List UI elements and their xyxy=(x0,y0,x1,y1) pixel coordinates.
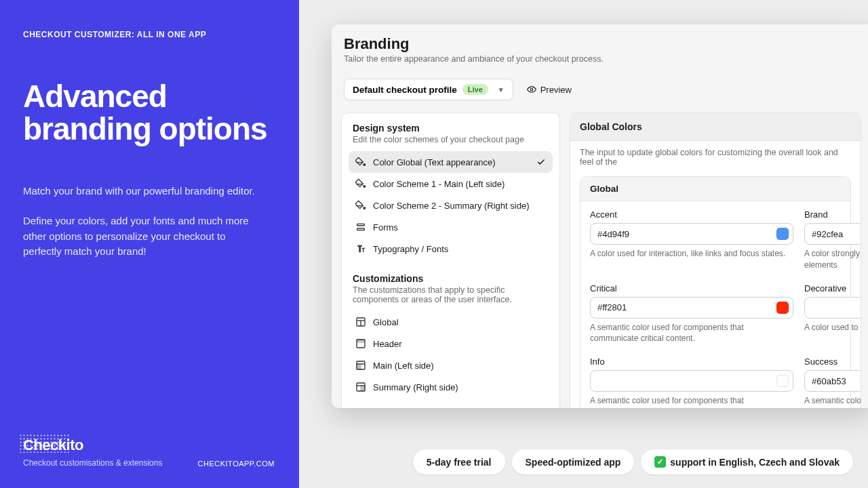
main-layout-icon xyxy=(355,360,366,371)
app-window: Branding Tailor the entire appearance an… xyxy=(332,24,868,408)
menu-item-main[interactable]: Main (Left side) xyxy=(349,354,553,376)
left-footer: Checkito Checkout customisations & exten… xyxy=(23,436,275,468)
profile-selector-label: Default checkout profile xyxy=(353,85,457,95)
global-colors-header: Global Colors xyxy=(570,113,861,141)
customizations-title: Customizations xyxy=(349,273,553,284)
toolbar: Default checkout profile Live ▼ Preview xyxy=(332,79,868,100)
preview-button[interactable]: Preview xyxy=(527,85,572,95)
menu-item-typography[interactable]: Typography / Fonts xyxy=(349,238,553,260)
color-swatch[interactable] xyxy=(776,228,789,240)
menu-item-color-scheme-1[interactable]: Color Scheme 1 - Main (Left side) xyxy=(349,173,553,195)
field-success: Success #60ab53 A semantic color used fo… xyxy=(804,357,861,408)
global-inner-header: Global xyxy=(580,177,850,201)
field-help: A color used for interaction, like links… xyxy=(590,248,793,260)
field-value: #ff2801 xyxy=(597,302,771,312)
field-value: #60ab53 xyxy=(812,376,861,386)
brand-url: CHECKITOAPP.COM xyxy=(198,460,275,468)
menu-item-label: Color Global (Text appearance) xyxy=(373,157,496,167)
brand-logo: Checkito xyxy=(23,436,83,454)
svg-rect-12 xyxy=(357,364,361,369)
field-input-success[interactable]: #60ab53 xyxy=(804,370,861,392)
field-help: A semantic color used for components tha… xyxy=(590,395,793,408)
svg-rect-4 xyxy=(357,224,365,226)
marketing-panel: CHECKOUT CUSTOMIZER: ALL IN ONE APP Adva… xyxy=(0,0,299,488)
color-fields: Accent #4d94f9 A color used for interact… xyxy=(580,201,850,408)
field-label: Brand xyxy=(804,209,861,220)
field-critical: Critical #ff2801 A semantic color used f… xyxy=(590,283,793,345)
paint-bucket-icon xyxy=(355,178,366,189)
hero-title: Advanced branding options xyxy=(23,80,275,146)
global-colors-description: The input to update global colors for cu… xyxy=(570,141,861,167)
field-help: A semantic color used for components tha… xyxy=(804,395,861,408)
global-colors-card: Global Colors The input to update global… xyxy=(570,113,861,408)
svg-point-0 xyxy=(530,88,533,91)
field-help: A color used to highlight certain areas … xyxy=(804,322,861,333)
field-input-brand[interactable]: #92cfea xyxy=(804,223,861,245)
hero-description-1: Match your brand with our powerful brand… xyxy=(23,184,275,199)
check-icon xyxy=(536,157,546,167)
color-swatch[interactable] xyxy=(776,375,789,387)
menu-item-label: Main (Left side) xyxy=(373,361,434,371)
menu-item-label: Header xyxy=(373,339,402,349)
design-system-menu: Color Global (Text appearance) Color Sch… xyxy=(349,151,553,260)
menu-item-label: Color Scheme 1 - Main (Left side) xyxy=(373,179,505,189)
pill-speed: Speed-optimized app xyxy=(512,449,635,474)
hero-description-2: Define your colors, add your fonts and m… xyxy=(23,214,254,260)
design-system-title: Design system xyxy=(349,123,553,134)
svg-rect-10 xyxy=(357,340,365,342)
menu-item-global[interactable]: Global xyxy=(349,311,553,333)
svg-point-2 xyxy=(363,186,366,188)
menu-item-forms[interactable]: Forms xyxy=(349,216,553,238)
field-label: Critical xyxy=(590,283,793,293)
forms-icon xyxy=(355,222,366,232)
field-label: Info xyxy=(590,357,793,367)
field-input-info[interactable] xyxy=(590,370,793,392)
field-value: #92cfea xyxy=(812,229,861,239)
menu-item-color-global[interactable]: Color Global (Text appearance) xyxy=(349,151,553,173)
pill-trial-label: 5-day free trial xyxy=(427,457,492,468)
field-brand: Brand #92cfea A color strongly associate… xyxy=(804,209,861,271)
field-label: Decorative xyxy=(804,283,861,293)
field-input-accent[interactable]: #4d94f9 xyxy=(590,223,793,245)
field-help: A semantic color used for components tha… xyxy=(590,322,793,345)
svg-point-3 xyxy=(363,207,366,209)
field-label: Accent xyxy=(590,209,793,220)
typography-icon xyxy=(355,243,366,254)
design-system-subtitle: Edit the color schemes of your checkout … xyxy=(349,135,553,144)
bottom-pills: 5-day free trial Speed-optimized app ✓ s… xyxy=(413,449,853,474)
field-label: Success xyxy=(804,357,861,367)
menu-item-label: Forms xyxy=(373,222,398,232)
preview-label: Preview xyxy=(540,85,572,95)
menu-item-label: Color Scheme 2 - Summary (Right side) xyxy=(373,201,529,211)
menu-item-color-scheme-2[interactable]: Color Scheme 2 - Summary (Right side) xyxy=(349,195,553,216)
field-input-decorative[interactable] xyxy=(804,297,861,319)
eye-icon xyxy=(527,85,536,94)
eyebrow-text: CHECKOUT CUSTOMIZER: ALL IN ONE APP xyxy=(23,30,275,39)
brand-block: Checkito Checkout customisations & exten… xyxy=(23,436,162,468)
paint-bucket-icon xyxy=(355,200,366,211)
profile-selector[interactable]: Default checkout profile Live ▼ xyxy=(344,79,513,100)
brand-subtitle: Checkout customisations & extensions xyxy=(23,458,162,468)
menu-item-label: Typography / Fonts xyxy=(373,244,448,254)
live-badge: Live xyxy=(462,84,488,95)
field-input-critical[interactable]: #ff2801 xyxy=(590,297,793,319)
pill-speed-label: Speed-optimized app xyxy=(526,457,621,468)
svg-rect-5 xyxy=(357,228,365,230)
field-help: A color strongly associated with the mer… xyxy=(804,248,861,271)
header-layout-icon xyxy=(355,338,366,349)
customizations-subtitle: The customizations that apply to specifi… xyxy=(349,285,553,304)
menu-item-summary[interactable]: Summary (Right side) xyxy=(349,376,553,398)
field-accent: Accent #4d94f9 A color used for interact… xyxy=(590,209,793,271)
page-heading: Branding Tailor the entire appearance an… xyxy=(332,35,868,64)
menu-item-header[interactable]: Header xyxy=(349,333,553,354)
svg-point-1 xyxy=(363,164,366,166)
svg-rect-15 xyxy=(361,386,365,391)
global-inner-card: Global Accent #4d94f9 A color used for i… xyxy=(580,176,851,408)
pill-trial: 5-day free trial xyxy=(413,449,505,474)
color-swatch[interactable] xyxy=(776,302,789,314)
field-decorative: Decorative A color used to highlight cer… xyxy=(804,283,861,345)
summary-layout-icon xyxy=(355,382,366,392)
page-title: Branding xyxy=(344,35,862,53)
field-value: #4d94f9 xyxy=(597,229,771,239)
checkmark-icon: ✓ xyxy=(654,456,666,468)
